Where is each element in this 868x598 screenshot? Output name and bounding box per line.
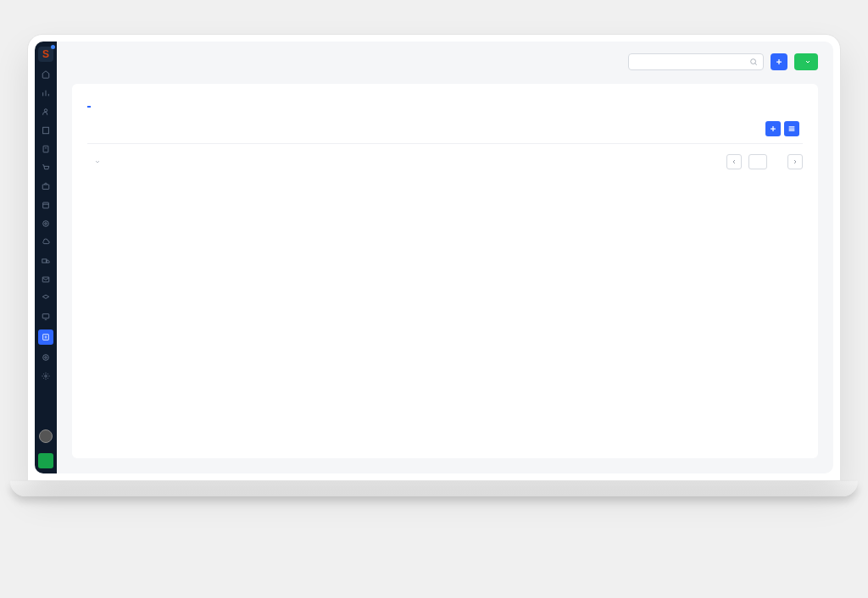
content-card bbox=[72, 84, 818, 458]
add-button[interactable] bbox=[771, 53, 787, 70]
svg-point-23 bbox=[43, 355, 49, 361]
svg-point-12 bbox=[43, 221, 49, 227]
filter-button[interactable] bbox=[794, 53, 818, 70]
sidebar: S bbox=[35, 42, 57, 473]
users-icon[interactable] bbox=[40, 106, 52, 118]
home-icon[interactable] bbox=[40, 69, 52, 80]
mail-icon[interactable] bbox=[40, 274, 52, 285]
pager-current[interactable] bbox=[748, 154, 767, 169]
tab-list[interactable] bbox=[87, 92, 91, 108]
tabs bbox=[72, 84, 818, 108]
commission-icon[interactable] bbox=[38, 329, 53, 345]
search-field[interactable] bbox=[634, 58, 749, 66]
svg-rect-19 bbox=[43, 335, 49, 341]
layers-icon[interactable] bbox=[40, 292, 52, 304]
chevron-down-icon[interactable] bbox=[94, 158, 101, 165]
svg-rect-10 bbox=[43, 202, 49, 208]
doc-icon[interactable] bbox=[40, 143, 52, 155]
laptop-base bbox=[10, 481, 858, 496]
svg-point-22 bbox=[45, 357, 47, 359]
building-icon[interactable] bbox=[40, 125, 52, 136]
app-viewport: S bbox=[35, 42, 833, 473]
chevron-down-icon bbox=[804, 58, 811, 65]
svg-rect-14 bbox=[42, 259, 47, 263]
cloud-icon[interactable] bbox=[40, 236, 52, 248]
table-footer bbox=[72, 144, 818, 180]
svg-rect-4 bbox=[43, 127, 49, 134]
svg-point-25 bbox=[751, 59, 756, 64]
search-icon bbox=[749, 58, 758, 66]
main-content bbox=[57, 42, 833, 473]
truck-icon[interactable] bbox=[40, 255, 52, 267]
target-icon[interactable] bbox=[40, 218, 52, 230]
columns-button[interactable] bbox=[784, 121, 799, 136]
table-header bbox=[87, 114, 803, 144]
svg-rect-9 bbox=[42, 185, 49, 189]
svg-rect-7 bbox=[43, 146, 48, 152]
monitor-icon[interactable] bbox=[40, 311, 52, 323]
search-input[interactable] bbox=[628, 53, 764, 70]
svg-point-13 bbox=[45, 223, 47, 225]
svg-rect-17 bbox=[42, 314, 49, 318]
pager-prev[interactable] bbox=[726, 154, 742, 169]
table bbox=[72, 108, 818, 144]
link-icon[interactable] bbox=[40, 352, 52, 363]
svg-marker-16 bbox=[42, 295, 49, 298]
add-row-button[interactable] bbox=[765, 121, 781, 136]
pagination bbox=[726, 154, 803, 169]
help-icon[interactable] bbox=[38, 453, 53, 468]
topbar bbox=[57, 42, 833, 79]
cart-icon[interactable] bbox=[40, 162, 52, 174]
app-logo[interactable]: S bbox=[38, 47, 53, 62]
chart-icon[interactable] bbox=[40, 87, 52, 99]
user-avatar-icon[interactable] bbox=[39, 429, 53, 443]
svg-line-26 bbox=[755, 64, 757, 65]
laptop-frame: S bbox=[27, 34, 841, 481]
pager-next[interactable] bbox=[787, 154, 803, 169]
svg-point-24 bbox=[45, 375, 47, 378]
calendar-icon[interactable] bbox=[40, 199, 52, 211]
briefcase-icon[interactable] bbox=[40, 180, 52, 192]
gear-icon[interactable] bbox=[40, 370, 52, 382]
svg-point-3 bbox=[44, 109, 47, 112]
